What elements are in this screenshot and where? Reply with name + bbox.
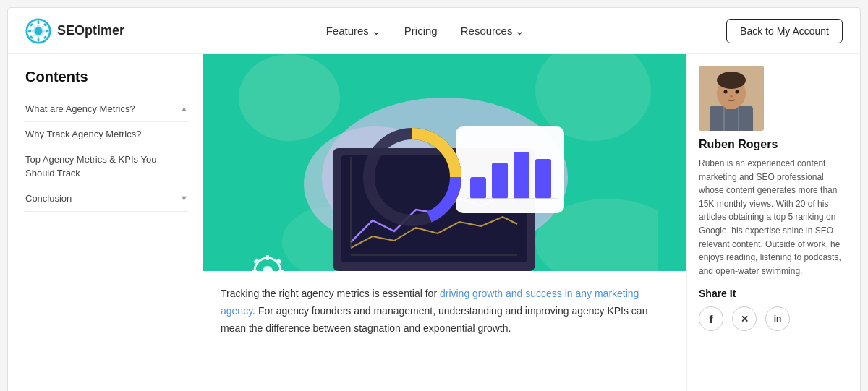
svg-rect-34 xyxy=(266,255,269,260)
svg-rect-24 xyxy=(470,177,486,199)
hero-image xyxy=(203,54,686,271)
nav-pricing[interactable]: Pricing xyxy=(404,25,438,37)
svg-rect-4 xyxy=(28,30,32,32)
svg-rect-37 xyxy=(278,270,284,271)
toc-item-2[interactable]: Why Track Agency Metrics? xyxy=(25,122,188,147)
author-sidebar: Ruben Rogers Ruben is an experienced con… xyxy=(686,54,860,391)
article-text: Tracking the right agency metrics is ess… xyxy=(203,271,686,351)
article-main: Tracking the right agency metrics is ess… xyxy=(203,54,686,391)
svg-rect-27 xyxy=(535,159,551,199)
svg-rect-3 xyxy=(38,38,40,41)
svg-point-11 xyxy=(239,54,340,141)
author-name: Ruben Rogers xyxy=(699,138,848,151)
svg-rect-25 xyxy=(492,163,508,199)
svg-point-1 xyxy=(35,27,43,35)
svg-point-50 xyxy=(717,72,746,89)
facebook-icon: f xyxy=(710,313,713,325)
author-avatar xyxy=(699,66,764,131)
svg-rect-45 xyxy=(710,106,753,131)
chevron-down-icon: ⌄ xyxy=(515,25,524,38)
twitter-x-icon: ✕ xyxy=(741,314,749,325)
nav-resources[interactable]: Resources ⌄ xyxy=(461,25,525,38)
logo[interactable]: SEOptimer xyxy=(25,18,124,44)
chevron-up-icon: ▲ xyxy=(180,104,188,113)
twitter-share-button[interactable]: ✕ xyxy=(732,306,757,331)
content-area: Contents What are Agency Metrics? ▲ Why … xyxy=(8,54,860,391)
svg-rect-26 xyxy=(514,152,529,199)
logo-text: SEOptimer xyxy=(57,23,124,38)
svg-rect-2 xyxy=(38,20,40,23)
author-photo xyxy=(699,66,764,131)
svg-rect-5 xyxy=(46,30,49,32)
header: SEOptimer Features ⌄ Pricing Resources ⌄… xyxy=(8,8,860,54)
nav-features[interactable]: Features ⌄ xyxy=(326,25,381,38)
linkedin-share-button[interactable]: in xyxy=(765,306,790,331)
svg-rect-36 xyxy=(252,270,257,271)
toc-sidebar: Contents What are Agency Metrics? ▲ Why … xyxy=(8,54,203,391)
chevron-down-icon: ▼ xyxy=(180,194,188,202)
svg-point-52 xyxy=(736,90,739,94)
toc-item-3[interactable]: Top Agency Metrics & KPIs You Should Tra… xyxy=(25,147,188,186)
main-nav: Features ⌄ Pricing Resources ⌄ xyxy=(326,25,525,38)
share-icons: f ✕ in xyxy=(699,306,848,331)
toc-item-1[interactable]: What are Agency Metrics? ▲ xyxy=(25,97,188,122)
svg-point-53 xyxy=(730,95,733,98)
svg-point-51 xyxy=(724,90,728,94)
facebook-share-button[interactable]: f xyxy=(699,306,723,331)
article-paragraph: Tracking the right agency metrics is ess… xyxy=(221,285,669,337)
toc-item-4[interactable]: Conclusion ▼ xyxy=(25,186,188,212)
chevron-down-icon: ⌄ xyxy=(372,25,381,38)
linkedin-icon: in xyxy=(774,314,782,324)
hero-illustration xyxy=(231,54,658,271)
share-title: Share It xyxy=(699,288,848,299)
toc-title: Contents xyxy=(25,69,188,85)
back-to-account-button[interactable]: Back to My Account xyxy=(726,19,843,43)
logo-icon xyxy=(25,18,51,44)
author-bio: Ruben is an experienced content marketin… xyxy=(699,157,848,278)
